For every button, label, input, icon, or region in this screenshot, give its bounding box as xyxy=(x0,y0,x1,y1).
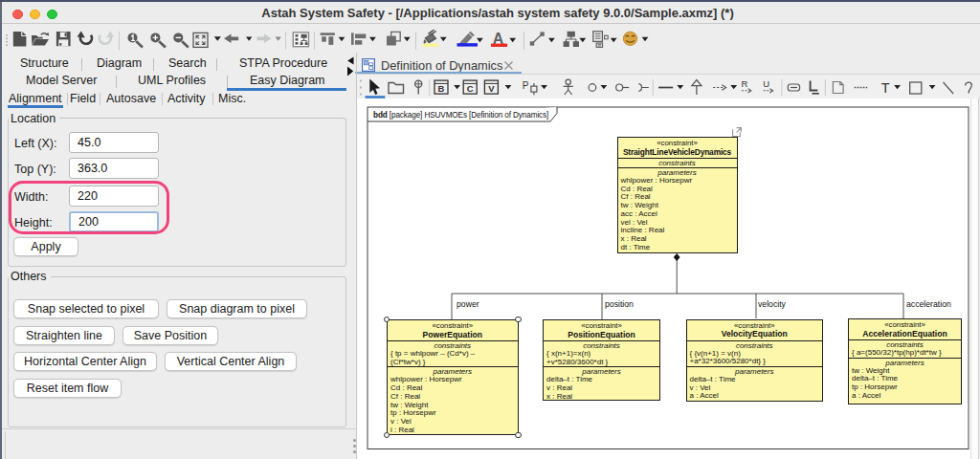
svg-text:T: T xyxy=(881,80,890,96)
svg-text:P: P xyxy=(523,80,529,91)
svg-text:V: V xyxy=(488,83,495,94)
svg-text:C: C xyxy=(467,83,474,94)
svg-text:R: R xyxy=(741,78,747,89)
svg-text:U: U xyxy=(763,78,769,89)
svg-text:B: B xyxy=(438,83,445,94)
